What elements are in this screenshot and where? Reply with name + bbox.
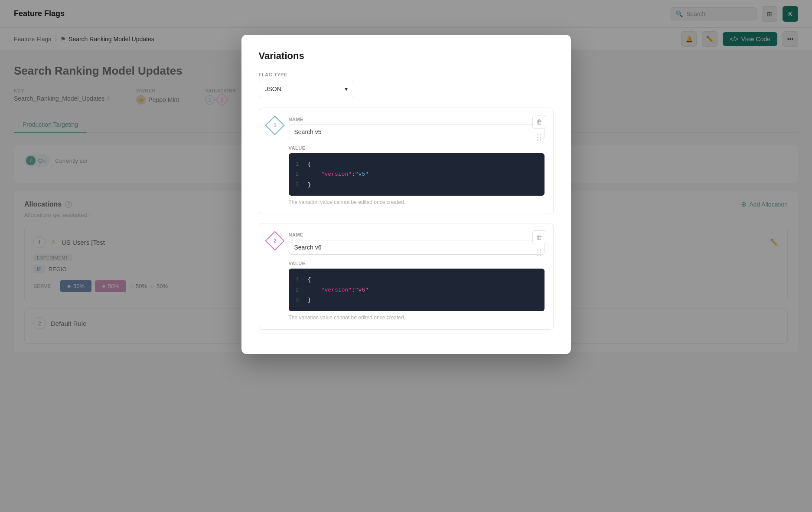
code-line-1-1: 1 { <box>296 159 538 169</box>
variation-1-diamond: 1 <box>265 115 284 135</box>
flag-type-select[interactable]: JSON ▾ <box>259 81 354 97</box>
variation-1-content: NAME VALUE 1 { 2 "version":"v5 <box>289 117 545 205</box>
variation-2-value-label: VALUE <box>289 261 545 266</box>
variation-2-actions: 🗑 <box>532 230 546 258</box>
variation-card-2: 2 NAME VALUE 1 { 2 <box>259 223 554 330</box>
variation-card-1: 1 NAME VALUE 1 { 2 <box>259 108 554 214</box>
variation-1-name-label: NAME <box>289 117 545 122</box>
variation-2-code-editor: 1 { 2 "version":"v6" 3 <box>289 269 545 311</box>
variation-1-delete-button[interactable]: 🗑 <box>532 115 546 129</box>
variation-2-note: The variation value cannot be edited onc… <box>289 315 545 321</box>
variation-1-drag-handle[interactable] <box>535 132 543 142</box>
variation-1-body: 1 NAME VALUE 1 { 2 <box>268 117 545 205</box>
code-line-2-1: 1 { <box>296 275 538 285</box>
chevron-down-icon: ▾ <box>345 85 348 92</box>
variations-modal: Variations FLAG TYPE JSON ▾ 1 NAME VALUE <box>241 35 571 354</box>
variation-1-actions: 🗑 <box>532 115 546 142</box>
flag-type-section-label: FLAG TYPE <box>259 72 554 77</box>
variation-2-body: 2 NAME VALUE 1 { 2 <box>268 232 545 321</box>
variation-2-drag-handle[interactable] <box>535 248 543 258</box>
variation-2-name-input[interactable] <box>289 240 545 255</box>
variation-1-code-editor: 1 { 2 "version":"v5" 3 <box>289 153 545 196</box>
app-container: Feature Flags 🔍 Search ⊞ K Feature Flags… <box>0 0 812 512</box>
code-line-2-3: 3 } <box>296 295 538 305</box>
modal-overlay[interactable]: Variations FLAG TYPE JSON ▾ 1 NAME VALUE <box>0 0 812 512</box>
code-line-2-2: 2 "version":"v6" <box>296 285 538 295</box>
variation-2-delete-button[interactable]: 🗑 <box>532 230 546 244</box>
code-line-1-2: 2 "version":"v5" <box>296 169 538 179</box>
variation-1-value-label: VALUE <box>289 145 545 151</box>
modal-title: Variations <box>259 50 554 62</box>
flag-type-select-value: JSON <box>265 85 281 92</box>
variation-2-content: NAME VALUE 1 { 2 "version":"v6 <box>289 232 545 321</box>
variation-2-diamond: 2 <box>265 231 284 251</box>
variation-1-name-input[interactable] <box>289 125 545 139</box>
code-line-1-3: 3 } <box>296 180 538 190</box>
variation-2-name-label: NAME <box>289 232 545 237</box>
variation-1-note: The variation value cannot be edited onc… <box>289 199 545 205</box>
